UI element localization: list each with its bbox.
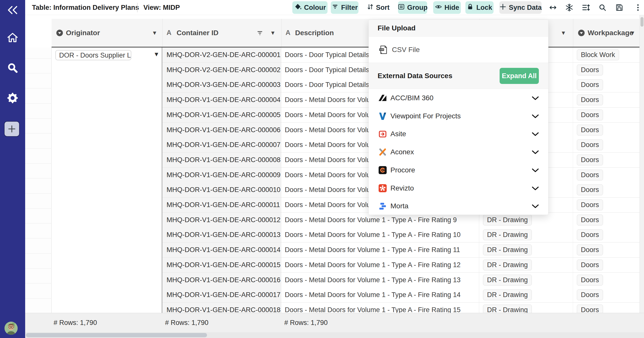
- column-header-description[interactable]: Description: [295, 19, 334, 47]
- workpackage-chip[interactable]: Doors: [577, 94, 603, 105]
- description-cell[interactable]: Doors - Metal Doors for Volume 1 - Type …: [281, 303, 479, 313]
- type-chip[interactable]: DR - Drawing: [483, 275, 532, 285]
- workpackage-chip[interactable]: Doors: [577, 305, 603, 313]
- column-header-container-id[interactable]: Container ID: [177, 19, 218, 47]
- source-item-morta[interactable]: Morta: [369, 197, 548, 215]
- workpackage-cell[interactable]: Doors: [573, 287, 639, 303]
- column-header-workpackage[interactable]: Workpackage: [588, 19, 633, 47]
- workpackage-cell[interactable]: Doors: [573, 137, 639, 153]
- workpackage-cell[interactable]: Doors: [573, 243, 639, 258]
- save-icon[interactable]: [614, 3, 624, 13]
- collapse-sidebar-icon[interactable]: [0, 2, 25, 18]
- container-id-cell[interactable]: MHQ-DOR-V2-GEN-DE-ARC-000002: [162, 63, 281, 78]
- container-id-cell[interactable]: MHQ-DOR-V1-GEN-DE-ARC-000006: [162, 123, 281, 138]
- type-cell[interactable]: DR - Drawing: [479, 273, 573, 288]
- description-cell[interactable]: Doors - Metal Doors for Volume 1 - Type …: [281, 258, 479, 273]
- workpackage-cell[interactable]: Doors: [573, 123, 639, 138]
- row-height-icon[interactable]: [581, 3, 591, 13]
- originator-header-caret-icon[interactable]: ▾: [153, 19, 156, 47]
- source-item-acc-bim360[interactable]: ACC/BIM 360: [369, 89, 548, 107]
- group-button[interactable]: Group: [398, 1, 427, 14]
- source-item-aconex[interactable]: Aconex: [369, 143, 548, 161]
- description-cell[interactable]: Doors - Metal Doors for Volume 1 - Type …: [281, 227, 479, 243]
- chevron-down-icon[interactable]: [532, 168, 539, 173]
- workpackage-cell[interactable]: Doors: [573, 198, 639, 213]
- kebab-menu-icon[interactable]: [633, 3, 643, 13]
- home-icon[interactable]: [0, 30, 25, 46]
- type-cell[interactable]: DR - Drawing: [479, 243, 573, 258]
- horizontal-scrollbar[interactable]: [25, 332, 644, 338]
- workpackage-chip[interactable]: Doors: [577, 139, 603, 150]
- settings-gear-icon[interactable]: [0, 90, 25, 106]
- container-id-cell[interactable]: MHQ-DOR-V1-GEN-DE-ARC-000016: [162, 273, 281, 288]
- column-header-originator[interactable]: Originator: [66, 19, 100, 47]
- type-chip[interactable]: DR - Drawing: [483, 260, 532, 270]
- type-cell[interactable]: DR - Drawing: [479, 303, 573, 313]
- source-item-viewpoint[interactable]: Viewpoint For Projects: [369, 107, 548, 125]
- workpackage-cell[interactable]: Doors: [573, 153, 639, 168]
- container-id-cell[interactable]: MHQ-DOR-V2-GEN-DE-ARC-000001: [162, 47, 281, 63]
- workpackage-header-caret-icon[interactable]: ▾: [631, 19, 634, 47]
- type-chip[interactable]: DR - Drawing: [483, 305, 532, 313]
- workpackage-chip[interactable]: Doors: [577, 184, 603, 195]
- workpackage-chip[interactable]: Doors: [577, 245, 603, 255]
- colour-button[interactable]: Colour: [292, 1, 328, 14]
- workpackage-cell[interactable]: Doors: [573, 168, 639, 183]
- container-id-cell[interactable]: MHQ-DOR-V3-GEN-DE-ARC-000003: [162, 77, 281, 92]
- search-table-icon[interactable]: [597, 3, 608, 13]
- workpackage-cell[interactable]: Doors: [573, 108, 639, 123]
- workpackage-chip[interactable]: Doors: [577, 170, 603, 180]
- vertical-scrollbar[interactable]: [639, 15, 644, 313]
- workpackage-chip[interactable]: Doors: [577, 289, 603, 300]
- workpackage-cell[interactable]: Doors: [573, 227, 639, 243]
- workpackage-chip[interactable]: Doors: [577, 79, 603, 90]
- workpackage-chip[interactable]: Doors: [577, 200, 603, 210]
- expand-all-button[interactable]: Expand All: [500, 68, 539, 84]
- workpackage-chip[interactable]: Doors: [577, 155, 603, 165]
- container-id-cell[interactable]: MHQ-DOR-V1-GEN-DE-ARC-000004: [162, 92, 281, 108]
- type-cell[interactable]: DR - Drawing: [479, 227, 573, 243]
- source-item-procore[interactable]: Procore: [369, 161, 548, 179]
- csv-file-item[interactable]: CSV CSV File: [369, 37, 548, 63]
- type-header-caret-icon[interactable]: ▾: [562, 19, 565, 47]
- description-cell[interactable]: Doors - Metal Doors for Volume 1 - Type …: [281, 273, 479, 288]
- workpackage-cell[interactable]: Doors: [573, 213, 639, 228]
- row-gutter[interactable]: [25, 47, 52, 313]
- description-cell[interactable]: Doors - Metal Doors for Volume 1 - Type …: [281, 287, 479, 303]
- workpackage-chip[interactable]: Block Work: [577, 50, 619, 60]
- container-id-cell[interactable]: MHQ-DOR-V1-GEN-DE-ARC-000013: [162, 227, 281, 243]
- container-id-cell[interactable]: MHQ-DOR-V1-GEN-DE-ARC-000015: [162, 258, 281, 273]
- container-id-cell[interactable]: MHQ-DOR-V1-GEN-DE-ARC-000010: [162, 182, 281, 198]
- expand-horizontal-icon[interactable]: [548, 3, 558, 13]
- type-chip[interactable]: DR - Drawing: [483, 289, 532, 300]
- chevron-down-icon[interactable]: [532, 132, 539, 136]
- type-cell[interactable]: DR - Drawing: [479, 258, 573, 273]
- container-id-cell[interactable]: MHQ-DOR-V1-GEN-DE-ARC-000007: [162, 137, 281, 153]
- type-chip[interactable]: DR - Drawing: [483, 245, 532, 255]
- chevron-down-icon[interactable]: [532, 114, 539, 119]
- hide-button[interactable]: Hide: [433, 1, 461, 14]
- container-id-cell[interactable]: MHQ-DOR-V1-GEN-DE-ARC-000011: [162, 198, 281, 213]
- search-icon[interactable]: [0, 60, 25, 76]
- workpackage-cell[interactable]: Doors: [573, 273, 639, 288]
- workpackage-cell[interactable]: Doors: [573, 303, 639, 313]
- container-id-cell[interactable]: MHQ-DOR-V1-GEN-DE-ARC-000008: [162, 153, 281, 168]
- container-id-header-caret-icon[interactable]: ▾: [271, 19, 274, 47]
- filter-button[interactable]: Filter: [331, 1, 358, 14]
- originator-column[interactable]: DOR - Doors Supplier Ltd ▼: [52, 47, 162, 313]
- chevron-down-icon[interactable]: [532, 150, 539, 155]
- sync-data-button[interactable]: Sync Data: [499, 1, 542, 14]
- add-new-button[interactable]: [4, 121, 20, 137]
- workpackage-cell[interactable]: Doors: [573, 77, 639, 92]
- workpackage-chip[interactable]: Doors: [577, 125, 603, 135]
- workpackage-chip[interactable]: Doors: [577, 110, 603, 120]
- workpackage-chip[interactable]: Doors: [577, 215, 603, 225]
- workpackage-chip[interactable]: Doors: [577, 229, 603, 240]
- container-id-cell[interactable]: MHQ-DOR-V1-GEN-DE-ARC-000014: [162, 243, 281, 258]
- chevron-down-icon[interactable]: [532, 96, 539, 101]
- source-item-asite[interactable]: Asite: [369, 125, 548, 143]
- source-item-revizto[interactable]: Revizto: [369, 179, 548, 197]
- description-cell[interactable]: Doors - Metal Doors for Volume 1 - Type …: [281, 243, 479, 258]
- workpackage-cell[interactable]: Doors: [573, 92, 639, 108]
- container-id-cell[interactable]: MHQ-DOR-V1-GEN-DE-ARC-000017: [162, 287, 281, 303]
